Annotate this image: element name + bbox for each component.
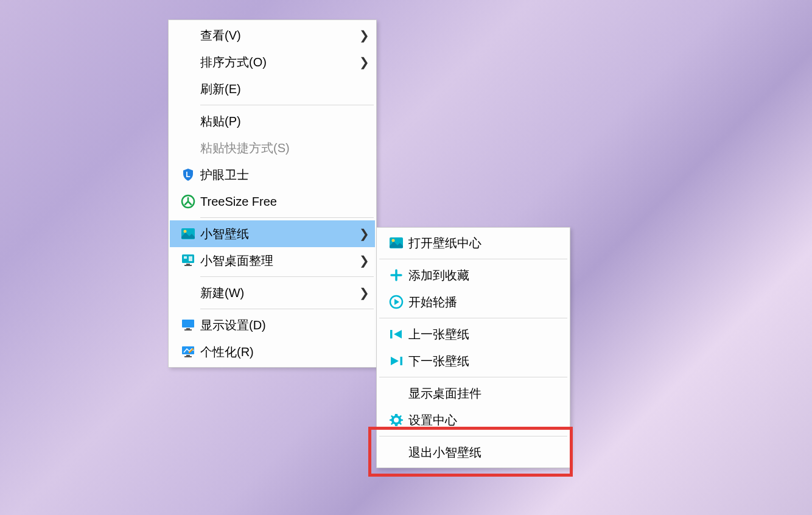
submenu-item-open-center[interactable]: 打开壁纸中心 bbox=[378, 229, 569, 256]
menu-label: 上一张壁纸 bbox=[408, 326, 562, 343]
svg-rect-5 bbox=[184, 256, 187, 259]
menu-item-xiaozhi-wallpaper[interactable]: 小智壁纸 ❯ bbox=[170, 220, 375, 247]
menu-separator bbox=[379, 259, 567, 259]
next-icon bbox=[384, 348, 408, 374]
svg-rect-10 bbox=[186, 328, 190, 329]
svg-rect-14 bbox=[184, 356, 192, 357]
svg-rect-13 bbox=[186, 355, 190, 356]
blank-icon bbox=[384, 380, 408, 407]
submenu-item-exit[interactable]: 退出小智壁纸 bbox=[378, 439, 569, 466]
submenu-item-settings-center[interactable]: 设置中心 bbox=[378, 407, 569, 433]
svg-rect-8 bbox=[184, 265, 192, 266]
menu-label: 刷新(E) bbox=[200, 81, 369, 97]
menu-item-display-settings[interactable]: 显示设置(D) bbox=[170, 312, 375, 338]
menu-separator bbox=[379, 377, 567, 377]
menu-label: 设置中心 bbox=[408, 412, 562, 429]
menu-item-paste-shortcut: 粘贴快捷方式(S) bbox=[170, 135, 375, 161]
menu-label: 退出小智壁纸 bbox=[408, 444, 562, 461]
menu-separator bbox=[200, 217, 374, 218]
menu-label: 添加到收藏 bbox=[408, 267, 562, 284]
menu-label: TreeSize Free bbox=[200, 195, 369, 209]
blank-icon bbox=[176, 75, 200, 102]
menu-label: 护眼卫士 bbox=[200, 167, 369, 183]
menu-label: 显示设置(D) bbox=[200, 317, 369, 334]
menu-item-paste[interactable]: 粘贴(P) bbox=[170, 108, 375, 135]
menu-item-sort[interactable]: 排序方式(O) ❯ bbox=[170, 49, 375, 75]
menu-item-xiaozhi-desktop[interactable]: 小智桌面整理 ❯ bbox=[170, 247, 375, 274]
svg-point-20 bbox=[394, 418, 399, 422]
chevron-right-icon: ❯ bbox=[359, 55, 369, 69]
menu-item-view[interactable]: 查看(V) ❯ bbox=[170, 22, 375, 49]
gear-icon bbox=[384, 407, 408, 433]
previous-icon bbox=[384, 321, 408, 348]
svg-point-16 bbox=[392, 239, 395, 242]
menu-separator bbox=[200, 276, 374, 277]
svg-rect-11 bbox=[184, 329, 192, 331]
menu-item-treesize[interactable]: TreeSize Free bbox=[170, 188, 375, 215]
menu-separator bbox=[379, 318, 567, 318]
plus-icon bbox=[384, 262, 408, 289]
display-icon bbox=[176, 312, 200, 338]
menu-item-personalize[interactable]: 个性化(R) bbox=[170, 338, 375, 365]
menu-label: 粘贴(P) bbox=[200, 113, 369, 130]
menu-label: 查看(V) bbox=[200, 27, 359, 44]
submenu-item-prev-wallpaper[interactable]: 上一张壁纸 bbox=[378, 321, 569, 348]
svg-point-3 bbox=[184, 230, 187, 233]
submenu-item-show-widgets[interactable]: 显示桌面挂件 bbox=[378, 380, 569, 407]
treesize-icon bbox=[176, 188, 200, 215]
menu-label: 打开壁纸中心 bbox=[408, 235, 562, 251]
menu-label: 开始轮播 bbox=[408, 294, 562, 310]
shield-icon: L bbox=[176, 161, 200, 188]
svg-rect-9 bbox=[182, 320, 194, 328]
menu-label: 显示桌面挂件 bbox=[408, 385, 562, 402]
submenu-item-add-favorite[interactable]: 添加到收藏 bbox=[378, 262, 569, 289]
menu-label: 粘贴快捷方式(S) bbox=[200, 140, 369, 156]
menu-separator bbox=[200, 105, 374, 105]
blank-icon bbox=[176, 108, 200, 135]
menu-label: 个性化(R) bbox=[200, 344, 369, 360]
blank-icon bbox=[176, 279, 200, 306]
blank-icon bbox=[176, 49, 200, 75]
menu-label: 排序方式(O) bbox=[200, 54, 359, 71]
menu-item-new[interactable]: 新建(W) ❯ bbox=[170, 279, 375, 306]
chevron-right-icon: ❯ bbox=[359, 253, 369, 268]
blank-icon bbox=[176, 22, 200, 49]
desktop-context-menu: 查看(V) ❯ 排序方式(O) ❯ 刷新(E) 粘贴(P) 粘贴快捷方式(S) … bbox=[168, 19, 377, 368]
chevron-right-icon: ❯ bbox=[359, 286, 369, 300]
play-icon bbox=[384, 289, 408, 315]
menu-label: 小智壁纸 bbox=[200, 226, 359, 242]
menu-separator bbox=[200, 309, 374, 309]
desktop-organize-icon bbox=[176, 247, 200, 274]
chevron-right-icon: ❯ bbox=[359, 28, 369, 43]
submenu-item-next-wallpaper[interactable]: 下一张壁纸 bbox=[378, 348, 569, 374]
svg-rect-6 bbox=[189, 256, 192, 261]
wallpaper-center-icon bbox=[384, 229, 408, 256]
personalize-icon bbox=[176, 338, 200, 365]
submenu-item-start-slideshow[interactable]: 开始轮播 bbox=[378, 289, 569, 315]
menu-item-refresh[interactable]: 刷新(E) bbox=[170, 75, 375, 102]
menu-label: 下一张壁纸 bbox=[408, 353, 562, 370]
wallpaper-submenu: 打开壁纸中心 添加到收藏 开始轮播 上一张壁纸 下一张壁纸 显示桌面挂件 bbox=[376, 227, 570, 468]
svg-text:L: L bbox=[186, 170, 190, 179]
blank-icon bbox=[384, 439, 408, 466]
svg-rect-7 bbox=[186, 264, 190, 265]
svg-rect-18 bbox=[390, 330, 393, 338]
menu-item-eye-protection[interactable]: L 护眼卫士 bbox=[170, 161, 375, 188]
chevron-right-icon: ❯ bbox=[359, 226, 369, 241]
menu-label: 小智桌面整理 bbox=[200, 253, 359, 269]
menu-label: 新建(W) bbox=[200, 285, 359, 301]
wallpaper-icon bbox=[176, 220, 200, 247]
menu-separator bbox=[379, 436, 567, 436]
svg-rect-19 bbox=[401, 357, 403, 365]
blank-icon bbox=[176, 135, 200, 161]
